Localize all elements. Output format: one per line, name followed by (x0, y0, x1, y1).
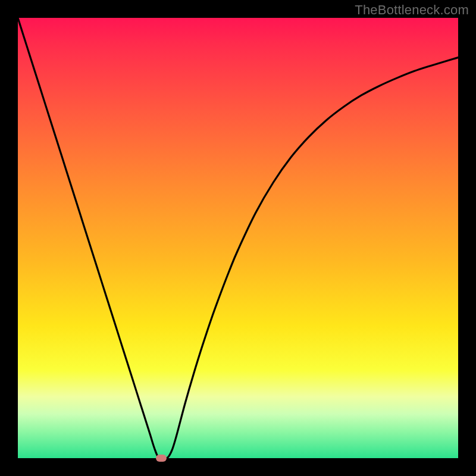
plot-area (18, 18, 458, 458)
watermark-text: TheBottleneck.com (355, 2, 469, 18)
chart-frame: TheBottleneck.com (0, 0, 476, 476)
optimal-point-marker (156, 455, 167, 462)
bottleneck-curve (18, 18, 458, 458)
